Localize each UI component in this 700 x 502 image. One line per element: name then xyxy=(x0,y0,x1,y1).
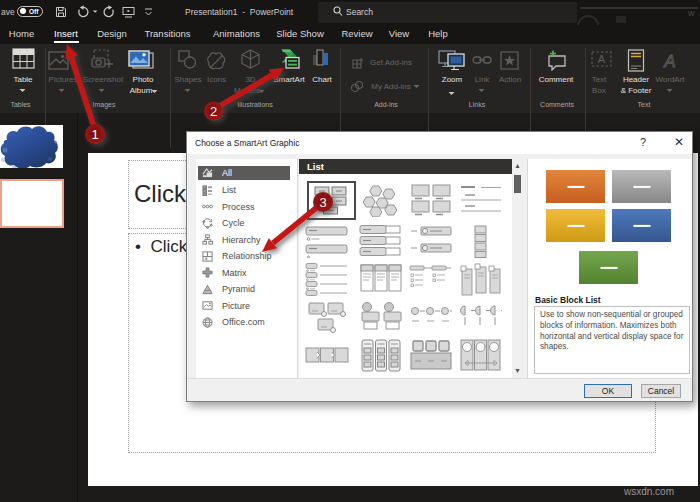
svg-text:3: 3 xyxy=(319,195,326,210)
svg-text:1: 1 xyxy=(91,127,98,142)
svg-text:2: 2 xyxy=(210,104,217,119)
